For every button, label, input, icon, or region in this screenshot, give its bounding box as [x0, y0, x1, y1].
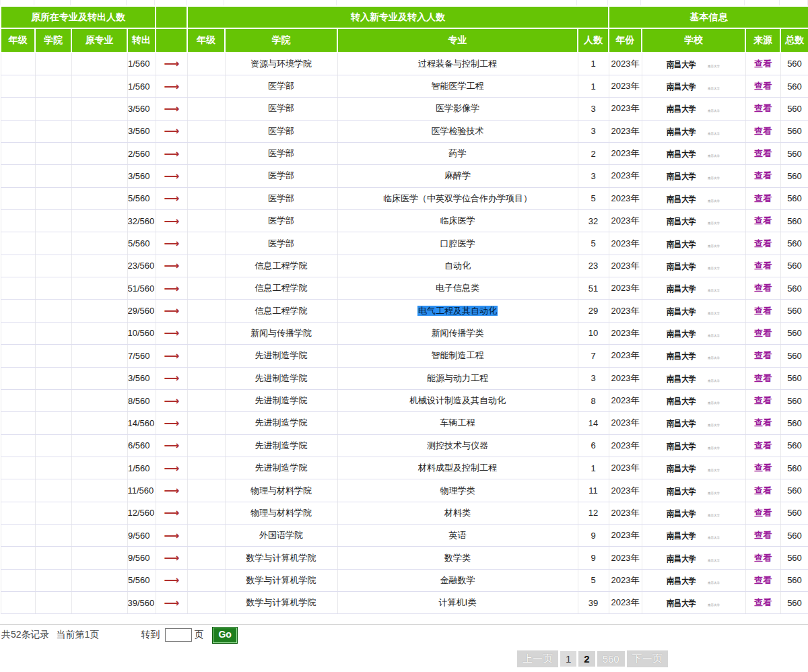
new-college-cell: 数学与计算机学院	[225, 547, 337, 569]
table-row: 9/560⟶外国语学院英语92023年南昌大学南昌大学查看560	[1, 525, 808, 547]
view-link[interactable]: 查看	[754, 59, 772, 69]
view-link[interactable]: 查看	[754, 193, 772, 203]
grade2-cell	[187, 345, 225, 367]
grade-cell	[1, 165, 35, 187]
arrow-right-icon: ⟶	[164, 350, 179, 362]
grade-cell	[1, 277, 35, 300]
year-cell: 2023年	[609, 277, 642, 300]
view-link[interactable]: 查看	[754, 170, 772, 180]
year-cell: 2023年	[609, 187, 642, 209]
source-cell: 查看	[745, 120, 780, 142]
view-link[interactable]: 查看	[754, 597, 772, 607]
view-link[interactable]: 查看	[754, 148, 772, 158]
total-cell: 560	[780, 255, 808, 277]
view-link[interactable]: 查看	[754, 238, 772, 248]
in-count-cell: 11	[578, 479, 609, 502]
year-cell: 2023年	[609, 210, 642, 232]
pagination-next-button[interactable]: 下一页	[627, 650, 668, 667]
new-major-cell: 材料类	[337, 502, 578, 524]
arrow-right-icon: ⟶	[164, 103, 179, 114]
view-link[interactable]: 查看	[754, 306, 772, 316]
pagination-page-2[interactable]: 2	[578, 651, 595, 667]
school-seal-small-text: 南昌大学	[708, 311, 720, 314]
school-seal-small-text: 南昌大学	[708, 266, 720, 269]
new-major-cell: 计算机Ⅰ类	[337, 592, 578, 614]
orig-college-cell	[35, 232, 71, 255]
view-link[interactable]: 查看	[754, 485, 772, 496]
view-link[interactable]: 查看	[754, 261, 772, 271]
out-count-cell: 29/560	[127, 300, 156, 322]
pagination-prev-button[interactable]: 上一页	[517, 650, 558, 667]
orig-college-cell	[35, 142, 71, 164]
table-row: 29/560⟶信息工程学院电气工程及其自动化292023年南昌大学南昌大学查看5…	[1, 300, 808, 322]
grade-cell	[1, 592, 35, 614]
arrow-right-icon: ⟶	[164, 283, 179, 294]
school-wordmark: 南昌大学南昌大学	[667, 553, 720, 564]
out-count-cell: 3/560	[127, 367, 156, 389]
source-cell: 查看	[745, 53, 780, 75]
school-wordmark: 南昌大学南昌大学	[667, 149, 720, 159]
year-cell: 2023年	[609, 255, 642, 277]
school-cell: 南昌大学南昌大学	[642, 165, 745, 187]
year-cell: 2023年	[609, 53, 642, 75]
view-link[interactable]: 查看	[754, 553, 772, 563]
view-link[interactable]: 查看	[754, 417, 772, 428]
goto-page-input[interactable]	[165, 628, 192, 642]
new-major-cell: 机械设计制造及其自动化	[337, 389, 578, 411]
new-college-cell: 先进制造学院	[225, 412, 337, 434]
source-cell: 查看	[745, 412, 780, 434]
arrow-cell: ⟶	[156, 187, 187, 209]
year-cell: 2023年	[609, 232, 642, 255]
pagination-page-560[interactable]: 560	[597, 651, 625, 667]
school-name: 南昌大学	[667, 81, 696, 92]
out-count-cell: 5/560	[127, 232, 156, 255]
new-major-cell: 英语	[337, 525, 578, 547]
pagination-page-1[interactable]: 1	[560, 651, 576, 667]
view-link[interactable]: 查看	[754, 530, 772, 540]
table-row: 3/560⟶先进制造学院能源与动力工程32023年南昌大学南昌大学查看560	[1, 367, 808, 389]
source-cell: 查看	[745, 232, 780, 255]
table-row: 7/560⟶先进制造学院智能制造工程72023年南昌大学南昌大学查看560	[1, 345, 808, 367]
view-link[interactable]: 查看	[754, 373, 772, 383]
arrow-right-icon: ⟶	[164, 417, 179, 429]
new-major-cell: 电气工程及其自动化	[337, 300, 578, 322]
school-seal-small-text: 南昌大学	[708, 221, 720, 224]
view-link[interactable]: 查看	[754, 350, 772, 360]
school-cell: 南昌大学南昌大学	[642, 187, 745, 209]
total-cell: 560	[780, 479, 808, 502]
source-cell: 查看	[745, 389, 780, 411]
arrow-cell: ⟶	[156, 547, 187, 569]
view-link[interactable]: 查看	[754, 395, 772, 405]
view-link[interactable]: 查看	[754, 283, 772, 293]
orig-major-cell	[71, 75, 127, 97]
go-button[interactable]: Go	[213, 628, 236, 643]
school-cell: 南昌大学南昌大学	[642, 479, 745, 502]
in-count-cell: 5	[578, 232, 609, 255]
view-link[interactable]: 查看	[754, 126, 772, 136]
major-text: 临床医学（中英双学位合作办学项目）	[383, 193, 532, 203]
out-count-cell: 5/560	[127, 187, 156, 209]
grade2-cell	[187, 120, 225, 142]
major-text: 新闻传播学类	[432, 328, 484, 338]
school-seal-small-text: 南昌大学	[708, 356, 720, 360]
col-header-arrow-spacer	[156, 28, 187, 53]
view-link[interactable]: 查看	[754, 463, 772, 473]
orig-major-cell	[71, 569, 127, 591]
view-link[interactable]: 查看	[754, 575, 772, 585]
grade2-cell	[187, 547, 225, 569]
year-cell: 2023年	[609, 389, 642, 411]
source-cell: 查看	[745, 457, 780, 479]
view-link[interactable]: 查看	[754, 103, 772, 113]
arrow-cell: ⟶	[156, 300, 187, 322]
total-cell: 560	[780, 120, 808, 142]
view-link[interactable]: 查看	[754, 440, 772, 450]
grade2-cell	[187, 255, 225, 277]
grade2-cell	[187, 75, 225, 97]
table-group-header-row: 原所在专业及转出人数 转入新专业及转入人数 基本信息	[1, 6, 808, 28]
view-link[interactable]: 查看	[754, 215, 772, 226]
view-link[interactable]: 查看	[754, 328, 772, 338]
in-count-cell: 32	[578, 210, 609, 232]
view-link[interactable]: 查看	[754, 508, 772, 518]
in-count-cell: 51	[578, 277, 609, 300]
view-link[interactable]: 查看	[754, 81, 772, 91]
